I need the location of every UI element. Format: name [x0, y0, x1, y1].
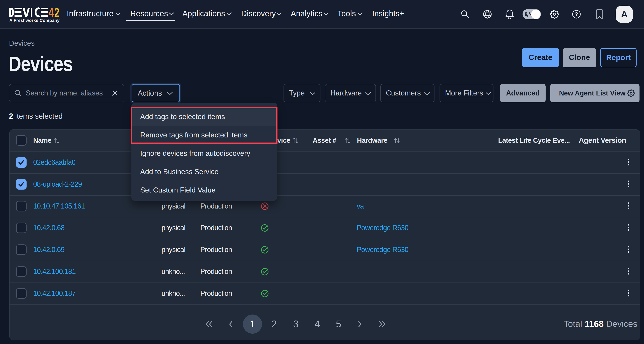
svg-text:?: ?: [575, 11, 578, 17]
